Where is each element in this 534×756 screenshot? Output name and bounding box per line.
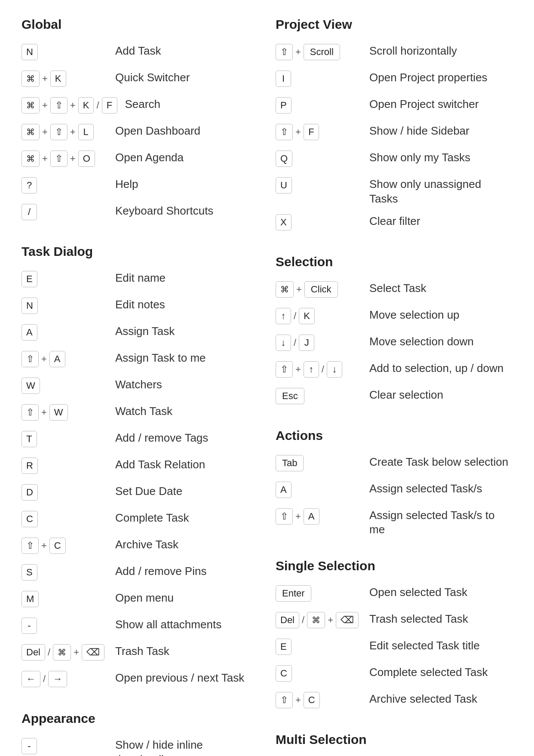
key-separator: + [70,100,76,111]
shortcut-action-label: Move selection down [362,335,513,349]
shortcut-action-label: Edit selected Task title [362,639,513,653]
shortcut-row: ⇧+↑/↓Add to selection, up / down [276,361,513,380]
key-badge: ⇧ [21,538,39,554]
shortcut-keys: ⇧+Scroll [276,44,362,60]
key-badge: ⌘ [21,124,40,140]
key-badge: ⌘ [276,281,294,298]
shortcut-row: ⌘+KQuick Switcher [21,71,258,89]
shortcut-row: UShow only unassigned Tasks [276,177,513,206]
key-badge: ← [21,671,40,687]
shortcut-action-label: Search [117,97,258,112]
shortcut-action-label: Show / hide Sidebar [362,124,513,138]
shortcut-row: Del/⌘+⌫Trash Task [21,644,258,663]
shortcut-row: TabCreate Task below selection [276,455,513,474]
actions-section: Actions TabCreate Task below selectionAA… [276,428,513,538]
shortcut-keys: Enter [276,585,362,602]
shortcut-keys: S [21,564,107,581]
shortcut-keys: ⌘+⇧+L [21,124,107,140]
shortcut-row: ⌘+⇧+K/FSearch [21,97,258,116]
shortcut-row: CComplete selected Task [276,665,513,684]
key-badge: ⇧ [50,151,68,167]
shortcut-row: ←/→Open previous / next Task [21,671,258,690]
key-badge: ? [21,177,37,194]
shortcut-row: ⇧+CArchive Task [21,538,258,556]
project-view-shortcuts-list: ⇧+ScrollScroll horizontallyIOpen Project… [276,44,513,233]
shortcut-keys: Q [276,151,362,167]
key-separator: + [41,353,47,365]
shortcut-action-label: Keyboard Shortcuts [107,204,258,218]
multi-selection-section: Multi Selection WAdd Watchers to selecte… [276,732,513,756]
task-dialog-shortcuts-list: EEdit nameNEdit notesAAssign Task⇧+AAssi… [21,271,258,690]
shortcut-row: ⌘+ClickSelect Task [276,281,513,300]
key-badge: ↑ [276,308,291,324]
shortcut-action-label: Scroll horizontally [362,44,513,58]
key-badge: ⇧ [276,361,293,378]
shortcut-action-label: Archive Task [107,538,258,552]
key-badge: W [49,404,68,421]
key-badge: ↓ [276,335,291,351]
key-badge: P [276,97,292,114]
shortcut-keys: ↑/K [276,308,362,324]
key-badge: A [304,508,319,525]
shortcut-action-label: Complete Task [107,511,258,526]
shortcut-action-label: Show only unassigned Tasks [362,177,513,206]
shortcut-action-label: Assign selected Task/s [362,482,513,496]
selection-shortcuts-list: ⌘+ClickSelect Task↑/KMove selection up↓/… [276,281,513,407]
key-badge: A [49,351,65,367]
shortcut-keys: ⇧+C [276,692,362,708]
key-badge: F [304,124,319,140]
shortcut-keys: ⇧+↑/↓ [276,361,362,378]
key-badge: J [299,335,314,351]
shortcut-row: WWatchers [21,378,258,396]
key-badge: D [21,484,38,501]
shortcut-keys: ⇧+A [276,508,362,525]
shortcut-action-label: Select Task [362,281,513,296]
shortcut-keys: Del/⌘+⌫ [21,644,107,661]
key-separator: + [296,284,302,295]
key-badge: → [48,671,67,687]
shortcut-keys: - [21,738,107,754]
shortcut-row: TAdd / remove Tags [21,431,258,450]
key-badge: E [276,639,292,655]
key-badge: R [21,458,38,474]
shortcut-action-label: Add / remove Pins [107,564,258,579]
shortcut-action-label: Clear selection [362,388,513,403]
key-badge: - [21,618,37,634]
shortcut-row: ↓/JMove selection down [276,335,513,353]
shortcut-action-label: Complete selected Task [362,665,513,680]
shortcut-row: Del/⌘+⌫Trash selected Task [276,612,513,631]
shortcut-action-label: Show only my Tasks [362,151,513,165]
task-dialog-section: Task Dialog EEdit nameNEdit notesAAssign… [21,244,258,690]
shortcut-action-label: Open Agenda [107,151,258,165]
key-badge: ⌘ [21,151,40,167]
shortcut-row: -Show all attachments [21,618,258,636]
key-badge: L [78,124,94,140]
actions-shortcuts-list: TabCreate Task below selectionAAssign se… [276,455,513,538]
key-badge: ⌘ [53,644,71,661]
key-badge: ⌘ [21,71,40,87]
shortcut-row: NAdd Task [21,44,258,63]
shortcut-action-label: Assign selected Task/s to me [362,508,513,538]
key-badge: C [49,538,66,554]
key-badge: C [304,692,320,708]
key-badge: O [78,151,95,167]
shortcut-keys: ⇧+F [276,124,362,140]
key-separator: + [70,126,76,138]
project-view-title: Project View [276,17,513,32]
shortcut-row: ⌘+⇧+LOpen Dashboard [21,124,258,143]
shortcut-keys: I [276,71,362,87]
shortcut-keys: E [21,271,107,287]
global-shortcuts-list: NAdd Task⌘+KQuick Switcher⌘+⇧+K/FSearch⌘… [21,44,258,223]
shortcut-row: EnterOpen selected Task [276,585,513,604]
key-badge: ⌫ [82,644,104,661]
key-badge: I [276,71,291,87]
shortcut-action-label: Quick Switcher [107,71,258,85]
key-badge: C [21,511,38,527]
selection-section: Selection ⌘+ClickSelect Task↑/KMove sele… [276,255,513,407]
shortcut-keys: R [21,458,107,474]
key-separator: + [328,615,333,626]
key-badge: ⇧ [50,97,68,114]
shortcut-row: /Keyboard Shortcuts [21,204,258,223]
key-separator: + [41,407,47,418]
shortcut-row: ⇧+ScrollScroll horizontally [276,44,513,63]
